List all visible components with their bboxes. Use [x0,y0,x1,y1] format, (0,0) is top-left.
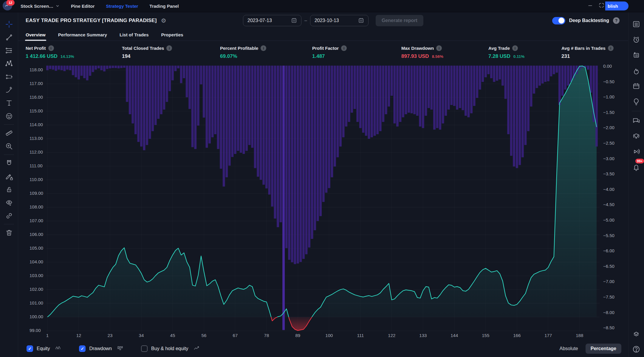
report-tabs: Overview Performance Summary List of Tra… [18,29,628,41]
drawdown-checkbox[interactable] [79,345,86,352]
chevron-down-icon [55,4,60,8]
info-icon[interactable] [48,45,54,51]
brush-icon[interactable] [3,83,15,96]
info-icon[interactable] [608,45,614,51]
publish-button[interactable]: blish [605,1,628,10]
info-icon[interactable] [166,45,172,51]
zoom-in-icon[interactable] [3,140,15,153]
y-axis-left-tick: 116.00 [30,95,43,100]
stat-label: Percent Profitable [220,46,258,51]
ruler-icon[interactable] [3,126,15,140]
chat-icon[interactable] [630,113,642,128]
percentage-button[interactable]: Percentage [586,344,621,354]
equity-checkbox[interactable] [27,345,33,352]
chart-canvas[interactable] [18,62,628,340]
tab-overview[interactable]: Overview [26,29,46,41]
live-streams-icon[interactable] [630,128,642,144]
stat-sub-value: 8.56% [432,54,443,59]
forecast-icon[interactable] [3,70,15,83]
help-icon[interactable] [630,341,642,357]
xabcd-pattern-icon[interactable] [3,57,15,70]
x-axis-tick: 12 [72,333,85,338]
shows-icon[interactable] [630,144,642,159]
stat-label: Profit Factor [312,46,339,51]
drawing-mode-lock-icon[interactable] [3,170,15,183]
calendar-picker-icon[interactable] [358,17,365,24]
calendar-icon[interactable] [630,78,642,94]
user-avatar[interactable]: 12 [3,1,13,11]
restore-window-icon[interactable] [598,2,605,10]
minimize-icon[interactable] [587,2,594,10]
legend-buy-hold-equity[interactable]: Buy & hold equity [141,345,202,352]
lock-all-drawings-icon[interactable] [3,183,15,196]
stat-profit-factor: Profit Factor 1.487 [312,45,401,62]
legend-equity[interactable]: Equity [27,345,63,352]
buy-hold-equity-checkbox[interactable] [141,345,148,352]
info-icon[interactable] [261,45,266,51]
object-tree-icon[interactable] [630,326,642,341]
stat-value: 69.07% [220,53,237,59]
calendar-picker-icon[interactable] [291,17,298,24]
tab-strategy-tester[interactable]: Strategy Tester [106,4,138,9]
absolute-button[interactable]: Absolute [554,344,583,354]
legend-drawdown[interactable]: Drawdown [79,345,125,352]
tab-overview-label: Overview [26,32,46,37]
generate-report-button[interactable]: Generate report [376,15,423,26]
stat-label: Avg Trade [488,46,510,51]
stat-label: Max Drawdown [401,46,434,51]
alerts-icon[interactable] [630,32,642,47]
info-icon[interactable] [436,45,442,51]
tab-strategy-tester-label: Strategy Tester [106,4,138,9]
equity-label: Equity [37,346,50,351]
tab-list-of-trades[interactable]: List of Trades [120,29,149,41]
y-axis-right-tick: −6.00 [603,248,614,253]
ideas-icon[interactable] [630,94,642,109]
fib-retracement-icon[interactable] [3,44,15,57]
stat-label: Avg # Bars in Trades [561,46,606,51]
tab-stock-screener[interactable]: Stock Screen… [21,4,60,9]
tab-performance-summary[interactable]: Performance Summary [58,29,107,41]
y-axis-right-tick: −5.00 [603,217,614,222]
hotlists-icon[interactable] [630,63,642,78]
equity-drawdown-chart[interactable]: 118.00117.00116.00115.00114.00113.00112.… [18,62,628,340]
strategy-settings-gear-icon[interactable]: ⚙ [161,18,166,24]
tab-properties[interactable]: Properties [161,29,183,41]
y-axis-right-tick: −2.00 [603,125,614,130]
value-mode-toggle: Absolute Percentage [554,344,621,354]
x-axis-tick: 78 [260,333,273,338]
trend-line-icon[interactable] [3,31,15,44]
equity-curve-icon [53,345,63,352]
x-axis-tick: 177 [542,333,555,338]
notifications-badge: 99+ [635,159,644,163]
text-tool-icon[interactable] [3,96,15,109]
tab-pine-editor[interactable]: Pine Editor [71,4,95,9]
deep-backtesting-toggle[interactable] [552,17,565,24]
y-axis-left-tick: 100.00 [30,314,43,319]
date-to-input[interactable]: 2023-10-13 [310,15,369,26]
notifications-bell-icon[interactable]: 99+ [630,159,642,175]
deep-backtesting-help-icon[interactable] [613,17,620,24]
emoji-icon[interactable] [3,109,15,123]
y-axis-left-tick: 106.00 [30,232,43,237]
y-axis-right-tick: −5.50 [603,233,614,238]
sidebar-divider [632,111,641,111]
journal-icon[interactable] [630,47,642,63]
x-axis-tick: 23 [103,333,117,338]
strategy-title: EASY TRADE PRO STRATEGY [TRADING PARADIS… [26,18,157,24]
top-bar: 12 Stock Screen… Pine Editor Strategy Te… [0,0,644,12]
date-from-input[interactable]: 2023-07-13 [243,15,301,26]
top-menu: Stock Screen… Pine Editor Strategy Teste… [21,4,179,9]
crosshair-icon[interactable] [3,18,15,31]
tab-trading-panel[interactable]: Trading Panel [149,4,179,9]
link-drawings-icon[interactable] [3,209,15,222]
remove-drawings-icon[interactable] [3,226,15,239]
watchlist-icon[interactable] [630,16,642,32]
panel-header: EASY TRADE PRO STRATEGY [TRADING PARADIS… [18,12,628,29]
x-axis-tick: 34 [135,333,148,338]
magnet-icon[interactable] [3,157,15,170]
hide-drawings-icon[interactable] [3,196,15,209]
y-axis-left-tick: 103.00 [30,273,43,278]
info-icon[interactable] [341,45,347,51]
info-icon[interactable] [512,45,518,51]
y-axis-right-tick: −8.00 [603,310,614,315]
